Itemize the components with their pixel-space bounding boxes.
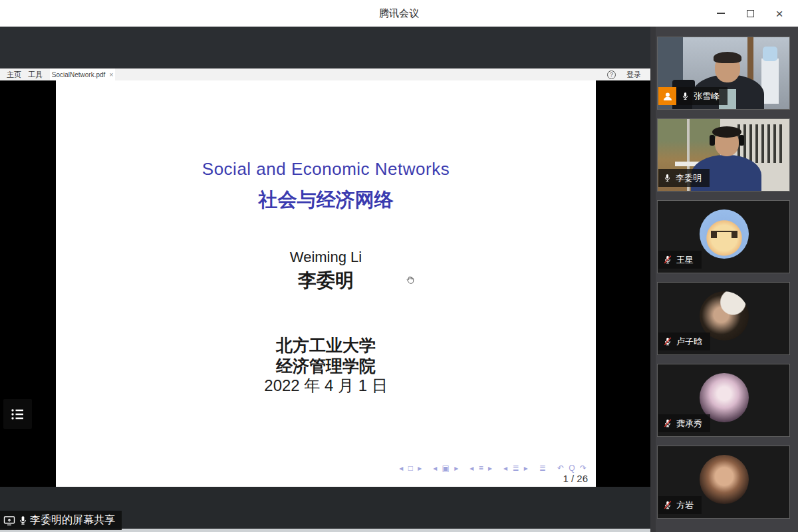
login-button[interactable]: 登录 [626,70,641,80]
participant-name: 卢子晗 [676,336,702,348]
close-button[interactable]: × [765,0,794,27]
person-hair [714,52,741,63]
mic-muted-icon [663,255,672,265]
participants-sidebar: 张雪峰 李委明 [650,27,798,532]
nav-subsection-icons[interactable]: ◂ ≣ ▸ [503,464,529,473]
tab-close-icon[interactable]: × [109,71,113,78]
slide-affiliation-1: 北方工业大学 [56,334,596,356]
slide-page: Social and Economic Networks 社会与经济网络 Wei… [56,80,596,487]
screen-share-status-banner: 李委明的屏幕共享 [0,511,122,530]
nav-history-search-icons[interactable]: ↶ Q ↷ [557,464,588,473]
mic-on-icon [681,91,690,101]
pdf-toolbar: 主页 工具 SocialNetwork.pdf × ? 登录 [0,68,650,80]
mic-muted-icon [663,500,672,510]
host-badge [658,87,676,105]
slide-affiliation-2: 经济管理学院 [56,355,596,377]
screen-share-label: 李委明的屏幕共享 [30,513,115,527]
minimize-button[interactable] [706,0,735,27]
outline-panel-button[interactable] [3,399,32,429]
participant-namebar: 张雪峰 [658,87,728,105]
participant-tile-wangxing[interactable]: 王星 [657,200,790,273]
window-title: 腾讯会议 [0,0,798,27]
document-tab-label: SocialNetwork.pdf [52,71,106,78]
slide-title-en: Social and Economic Networks [56,159,596,180]
participant-tile-liweiming[interactable]: 李委明 [657,118,790,192]
headphone-right [739,135,744,146]
participant-tile-gongchengxiu[interactable]: 龚承秀 [657,364,790,437]
participant-name: 张雪峰 [694,90,720,102]
nav-frame-icons[interactable]: ◂ □ ▸ [399,464,423,473]
screen-share-icon [3,515,16,527]
maximize-button[interactable] [735,0,765,27]
participant-name: 王星 [676,254,694,266]
participant-tile-zhangxuefeng[interactable]: 张雪峰 [657,37,790,110]
slide-author-zh: 李委明 [56,268,596,293]
participant-name: 龚承秀 [676,418,702,430]
sidebar-scrollbar[interactable] [650,27,656,532]
microphone-icon [18,515,28,526]
pdf-canvas[interactable]: Social and Economic Networks 社会与经济网络 Wei… [0,80,650,487]
help-icon[interactable]: ? [607,70,616,79]
slide-title-zh: 社会与经济网络 [56,187,596,213]
avatar-image [700,455,749,504]
toolbar-right: ? 登录 [607,68,641,80]
participant-name: 李委明 [676,172,702,184]
mic-muted-icon [663,336,672,346]
close-icon: × [775,7,783,20]
nav-section-icons[interactable]: ◂ ≡ ▸ [469,464,493,473]
scene-water-bottle [763,47,777,61]
mic-on-icon [663,173,672,183]
participant-namebar: 卢子晗 [658,332,710,350]
screen-share-area: 主页 工具 SocialNetwork.pdf × ? 登录 Social an… [0,27,650,532]
window-titlebar: 腾讯会议 × [0,0,798,27]
person-hair [712,126,741,138]
avatar-image [700,209,749,259]
nav-appendix-icon[interactable]: ≣ [539,464,547,473]
participant-name: 方岩 [676,499,694,511]
avatar-glasses [711,231,737,238]
tab-home[interactable]: 主页 [7,68,21,80]
bullet-list-icon [11,408,25,421]
hand-cursor [406,275,415,285]
maximize-icon [747,10,754,17]
window-controls: × [706,0,794,27]
minimize-icon [717,13,725,14]
beamer-navigation: ◂ □ ▸ ◂ ▣ ▸ ◂ ≡ ▸ ◂ ≣ ▸ ≣ ↶ Q ↷ [399,464,588,473]
nav-subframe-icons[interactable]: ◂ ▣ ▸ [433,464,460,473]
slide-date: 2022 年 4 月 1 日 [56,375,596,396]
shared-app-top-band [0,27,650,68]
page-indicator: 1 / 26 [563,473,588,484]
host-person-icon [662,90,674,102]
mic-muted-icon [663,418,672,428]
participant-namebar: 方岩 [658,496,702,514]
tab-tools[interactable]: 工具 [28,68,43,80]
participant-namebar: 李委明 [658,169,710,187]
slide-author-en: Weiming Li [56,249,596,266]
participant-namebar: 王星 [658,251,702,269]
headphone-left [710,135,715,146]
document-tab[interactable]: SocialNetwork.pdf × [50,68,115,80]
participant-namebar: 龚承秀 [658,414,710,432]
participant-tile-fangyan[interactable]: 方岩 [657,446,790,519]
participant-tile-luzihan[interactable]: 卢子晗 [657,282,790,355]
